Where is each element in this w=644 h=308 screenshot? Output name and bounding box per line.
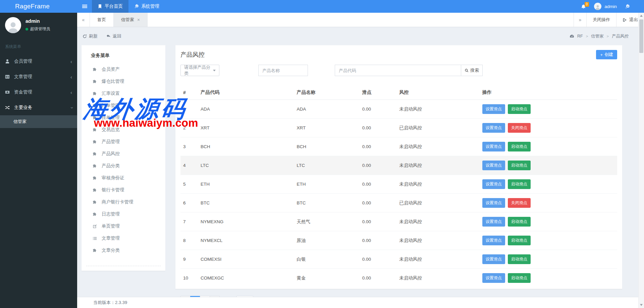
- product-name-input[interactable]: [258, 65, 308, 76]
- business-menu-item[interactable]: 交易总览: [82, 124, 165, 136]
- create-button[interactable]: + 创建: [596, 50, 617, 59]
- close-icon[interactable]: ×: [137, 17, 140, 22]
- tabs-scroll-left-button[interactable]: «: [77, 13, 90, 27]
- business-menu-item[interactable]: 文章分类: [82, 244, 165, 256]
- business-menu-item[interactable]: 挂单管理: [82, 112, 165, 124]
- set-slippage-button[interactable]: 设置滑点: [482, 142, 505, 151]
- business-menu-item[interactable]: 审核身份证: [82, 172, 165, 184]
- version-value: 2.3.39: [115, 300, 127, 305]
- breadcrumb-separator: >: [607, 34, 609, 38]
- user-menu[interactable]: admin: [594, 3, 617, 10]
- puzzle-icon: [93, 104, 97, 108]
- product-name-cell: 天然气: [294, 212, 360, 231]
- set-slippage-button[interactable]: 设置滑点: [482, 161, 505, 170]
- stop-slippage-button[interactable]: 关闭滑点: [508, 198, 531, 208]
- business-menu-item[interactable]: 单页管理: [82, 220, 165, 232]
- slippage-cell: 0.00: [360, 175, 397, 194]
- nav-item-label: 平台首页: [105, 3, 123, 9]
- brand-logo[interactable]: RageFrame: [0, 0, 77, 13]
- product-code-input[interactable]: [335, 65, 461, 76]
- product-category-select[interactable]: 请选择产品分类: [180, 65, 219, 76]
- slippage-cell: 0.00: [360, 156, 397, 175]
- slippage-cell: 0.00: [360, 119, 397, 137]
- actions-cell: 设置滑点启动滑点: [480, 175, 617, 194]
- avatar: [594, 3, 601, 10]
- business-menu-item[interactable]: 产品管理: [82, 136, 165, 148]
- business-menu-item[interactable]: 订单管理: [82, 100, 165, 112]
- breadcrumb-root[interactable]: RF: [577, 34, 583, 39]
- scrollbar-thumb[interactable]: [639, 19, 643, 53]
- nav-item-platform-home[interactable]: 平台首页: [92, 0, 128, 13]
- scroll-up-arrow-icon[interactable]: [640, 15, 643, 17]
- start-slippage-button[interactable]: 启动滑点: [508, 273, 531, 283]
- table-row: 5ETHETH0.00未启动风控设置滑点启动滑点: [180, 175, 617, 194]
- set-slippage-button[interactable]: 设置滑点: [482, 104, 505, 114]
- business-menu-item[interactable]: 汇率设置: [82, 87, 165, 100]
- content-region: « 首页 信管家 × » 关闭操作 退出 刷新: [77, 13, 644, 308]
- tab-home[interactable]: 首页: [90, 13, 114, 27]
- business-menu-item-label: 产品分类: [102, 163, 120, 169]
- business-menu-item[interactable]: 商户银行卡管理: [82, 196, 165, 208]
- slippage-cell: 0.00: [360, 194, 397, 212]
- sidebar-item-articles[interactable]: 文章管理 ‹: [0, 69, 77, 84]
- version-label: 当前版本：: [93, 300, 115, 305]
- notifications-button[interactable]: 0: [581, 4, 586, 9]
- business-menu-item[interactable]: 产品分类: [82, 160, 165, 172]
- breadcrumb-item[interactable]: 信管家: [591, 34, 604, 39]
- set-slippage-button[interactable]: 设置滑点: [482, 179, 505, 189]
- risk-status-cell: 未启动风控: [396, 137, 479, 156]
- vertical-scrollbar[interactable]: [638, 13, 644, 308]
- business-menu-item[interactable]: 日志管理: [82, 208, 165, 220]
- business-menu-item[interactable]: 文章管理: [82, 232, 165, 244]
- tabs-scroll-right-button[interactable]: »: [574, 13, 586, 27]
- refresh-button[interactable]: 刷新: [83, 33, 98, 39]
- business-menu-item-label: 挂单管理: [102, 115, 120, 121]
- business-menu-item-label: 订单管理: [102, 103, 120, 109]
- start-slippage-button[interactable]: 启动滑点: [508, 104, 531, 114]
- breadcrumb-item-current: 产品风控: [612, 34, 629, 39]
- settings-button[interactable]: [625, 4, 630, 9]
- scroll-down-arrow-icon[interactable]: [640, 304, 643, 306]
- business-menu-item[interactable]: 会员资产: [82, 63, 165, 75]
- search-button[interactable]: 搜索: [461, 65, 483, 76]
- start-slippage-button[interactable]: 启动滑点: [508, 254, 531, 264]
- set-slippage-button[interactable]: 设置滑点: [482, 273, 505, 283]
- business-menu-item-label: 爆仓比管理: [102, 78, 124, 84]
- tab-xinguanjia[interactable]: 信管家 ×: [114, 13, 148, 27]
- sidebar-toggle-button[interactable]: [77, 0, 92, 13]
- business-menu-item[interactable]: 产品风控: [82, 148, 165, 160]
- table-row: 9COMEXSI白银0.00未启动风控设置滑点启动滑点: [180, 250, 617, 269]
- start-slippage-button[interactable]: 启动滑点: [508, 236, 531, 245]
- business-menu-item[interactable]: 银行卡管理: [82, 184, 165, 196]
- user-icon: [5, 59, 10, 64]
- tabbar-spacer: [148, 13, 574, 27]
- sidebar-item-main-business[interactable]: 主要业务 ‹: [0, 100, 77, 115]
- business-menu-item-label: 商户银行卡管理: [102, 199, 133, 205]
- actions-cell: 设置滑点启动滑点: [480, 269, 617, 288]
- set-slippage-button[interactable]: 设置滑点: [482, 254, 505, 264]
- search-icon: [465, 68, 469, 72]
- set-slippage-button[interactable]: 设置滑点: [482, 198, 505, 208]
- start-slippage-button[interactable]: 启动滑点: [508, 161, 531, 170]
- sidebar-item-funds[interactable]: 资金管理 ‹: [0, 84, 77, 100]
- start-slippage-button[interactable]: 启动滑点: [508, 179, 531, 189]
- nav-item-system-management[interactable]: 系统管理: [128, 0, 165, 13]
- set-slippage-button[interactable]: 设置滑点: [482, 217, 505, 227]
- sidebar-subitem-xinguanjia[interactable]: 信管家: [0, 115, 77, 128]
- tab-bar: « 首页 信管家 × » 关闭操作 退出: [77, 13, 644, 27]
- start-slippage-button[interactable]: 启动滑点: [508, 217, 531, 227]
- close-operations-button[interactable]: 关闭操作: [586, 13, 616, 27]
- sidebar-item-members[interactable]: 会员管理 ‹: [0, 54, 77, 69]
- back-button[interactable]: 返回: [106, 33, 121, 39]
- bookmark-icon: [98, 4, 102, 9]
- business-menu-item-label: 汇率设置: [102, 90, 120, 97]
- start-slippage-button[interactable]: 启动滑点: [508, 142, 531, 151]
- row-index: 1: [180, 100, 198, 119]
- stop-slippage-button[interactable]: 关闭滑点: [508, 123, 531, 133]
- gear-icon: [625, 4, 630, 9]
- nav-item-label: 系统管理: [141, 3, 159, 9]
- set-slippage-button[interactable]: 设置滑点: [482, 236, 505, 245]
- set-slippage-button[interactable]: 设置滑点: [482, 123, 505, 133]
- business-menu-item[interactable]: 爆仓比管理: [82, 75, 165, 87]
- risk-status-cell: 未启动风控: [396, 250, 479, 269]
